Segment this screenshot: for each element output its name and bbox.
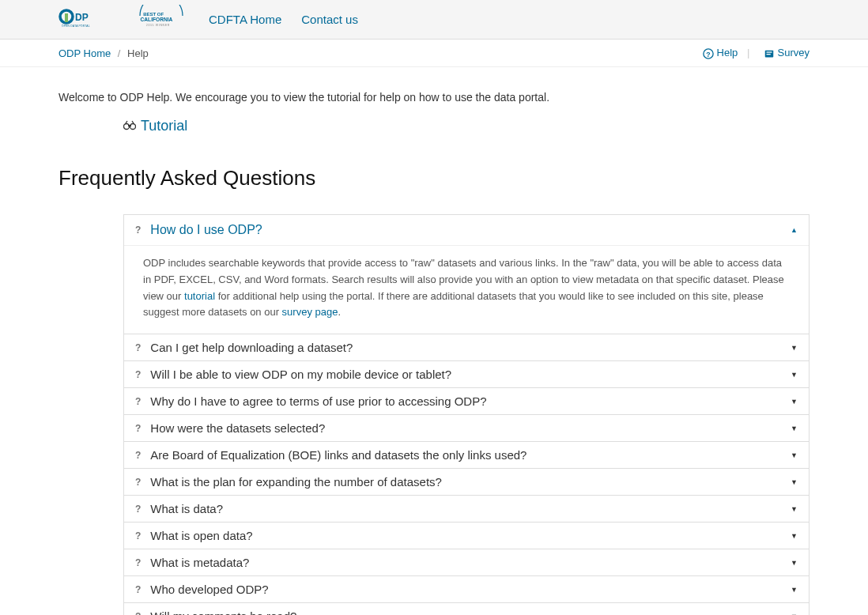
caret-down-icon: ▼ [791,478,798,486]
breadcrumb-bar: ODP Home / Help ? Help | Survey [0,40,868,67]
faq-title: Frequently Asked Questions [58,166,810,191]
faq-question[interactable]: ?Why do I have to agree to terms of use … [124,388,809,414]
answer-tutorial-link[interactable]: tutorial [184,290,215,302]
question-icon: ? [135,477,141,488]
faq-question-text: What is the plan for expanding the numbe… [150,475,442,489]
faq-item: ?Can I get help downloading a dataset?▼ [124,334,809,361]
faq-item: ?Will I be able to view ODP on my mobile… [124,361,809,388]
tutorial-link[interactable]: Tutorial [141,118,187,134]
welcome-text: Welcome to ODP Help. We encourage you to… [58,91,810,104]
faq-question[interactable]: ?What is the plan for expanding the numb… [124,469,809,495]
faq-question[interactable]: ?What is data?▼ [124,496,809,522]
question-icon: ? [135,611,141,615]
caret-down-icon: ▼ [791,344,798,352]
faq-item: ?What is metadata?▼ [124,549,809,576]
question-icon: ? [135,369,141,380]
svg-text:CALIFORNIA: CALIFORNIA [141,17,173,22]
faq-question[interactable]: ?What is open data?▼ [124,523,809,549]
faq-question[interactable]: ?What is metadata?▼ [124,549,809,575]
faq-item: ?Who developed ODP?▼ [124,576,809,603]
svg-rect-11 [766,54,770,55]
caret-down-icon: ▼ [791,398,798,406]
faq-item: ?What is open data?▼ [124,523,809,549]
svg-text:?: ? [706,50,710,58]
faq-answer: ODP includes searchable keywords that pr… [124,245,809,334]
breadcrumb-home[interactable]: ODP Home [58,47,111,59]
faq-question[interactable]: ?Are Board of Equalization (BOE) links a… [124,442,809,468]
svg-rect-1 [65,13,68,22]
svg-rect-14 [128,125,131,126]
faq-question-text: What is open data? [150,529,252,542]
nav-contact-us[interactable]: Contact us [301,13,358,26]
question-icon: ? [135,450,141,461]
caret-down-icon: ▼ [791,451,798,459]
caret-down-icon: ▼ [791,505,798,513]
faq-question[interactable]: ?Can I get help downloading a dataset?▼ [124,334,809,360]
question-icon: ? [135,342,141,353]
faq-question-text: How do I use ODP? [150,223,262,237]
question-icon: ? [135,557,141,568]
faq-accordion: ? How do I use ODP? ▲ ODP includes searc… [123,214,810,615]
top-bar: DP OPEN DATA PORTAL BEST OF CALIFORNIA 2… [0,0,868,40]
caret-down-icon: ▼ [791,559,798,567]
svg-text:DP: DP [75,12,89,23]
faq-item-expanded: ? How do I use ODP? ▲ ODP includes searc… [124,215,809,334]
caret-down-icon: ▼ [791,371,798,379]
svg-rect-10 [766,51,772,52]
faq-item: ?Will my comments be read?▼ [124,603,809,615]
faq-question-text: Will I be able to view ODP on my mobile … [150,368,451,381]
faq-item: ?How were the datasets selected?▼ [124,415,809,442]
faq-question-text: What is data? [150,502,223,515]
question-icon: ? [135,504,141,515]
svg-text:BEST OF: BEST OF [143,12,164,17]
answer-survey-link[interactable]: survey page [282,306,338,318]
caret-down-icon: ▼ [791,424,798,432]
faq-question-text: Who developed ODP? [150,583,268,596]
faq-item: ?Why do I have to agree to terms of use … [124,388,809,415]
faq-question[interactable]: ?How were the datasets selected?▼ [124,415,809,441]
faq-question-text: Will my comments be read? [150,609,296,615]
caret-down-icon: ▼ [791,586,798,594]
faq-item: ?What is data?▼ [124,496,809,523]
svg-text:2015 WINNER: 2015 WINNER [146,24,170,27]
question-icon: ? [135,584,141,595]
breadcrumb-current: Help [127,47,149,59]
faq-question-text: How were the datasets selected? [150,421,325,435]
faq-item: ?What is the plan for expanding the numb… [124,469,809,496]
odp-logo[interactable]: DP OPEN DATA PORTAL [58,4,130,36]
faq-question-text: What is metadata? [150,556,249,569]
faq-question-text: Can I get help downloading a dataset? [150,341,353,354]
best-of-california-logo: BEST OF CALIFORNIA 2015 WINNER [138,5,185,34]
question-icon: ? [135,224,141,236]
breadcrumb-sep: / [118,47,121,59]
faq-question-text: Are Board of Equalization (BOE) links an… [150,448,526,462]
top-help-link[interactable]: ? Help [703,47,741,58]
question-icon: ? [135,423,141,434]
question-icon: ? [135,396,141,407]
help-icon: ? [703,48,714,59]
question-icon: ? [135,530,141,541]
faq-question-text: Why do I have to agree to terms of use p… [150,394,486,408]
faq-item: ?Are Board of Equalization (BOE) links a… [124,442,809,469]
breadcrumb: ODP Home / Help [58,47,149,59]
caret-up-icon: ▲ [791,226,798,234]
survey-icon [764,48,775,59]
top-survey-link[interactable]: Survey [764,47,810,58]
binoculars-icon [123,119,136,133]
faq-question[interactable]: ?Will my comments be read?▼ [124,603,809,615]
faq-question-expanded[interactable]: ? How do I use ODP? ▲ [124,215,809,245]
svg-text:OPEN DATA PORTAL: OPEN DATA PORTAL [62,25,90,28]
faq-question[interactable]: ?Who developed ODP?▼ [124,576,809,602]
faq-question[interactable]: ?Will I be able to view ODP on my mobile… [124,361,809,387]
caret-down-icon: ▼ [791,532,798,540]
nav-cdfta-home[interactable]: CDFTA Home [209,13,281,26]
main-content: Welcome to ODP Help. We encourage you to… [58,67,810,615]
